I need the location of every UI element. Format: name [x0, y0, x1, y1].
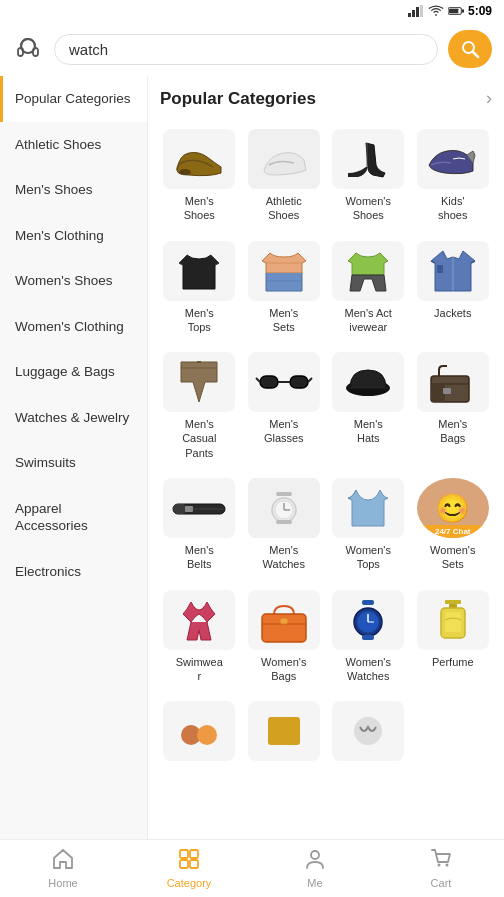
main-layout: Popular Categories Athletic Shoes Men's … — [0, 76, 504, 839]
mens-bags-image — [417, 352, 489, 412]
category-womens-watches[interactable]: Women'sWatches — [329, 584, 408, 690]
sidebar-item-mens-clothing[interactable]: Men's Clothing — [0, 213, 147, 259]
nav-cart[interactable]: Cart — [378, 840, 504, 897]
svg-rect-45 — [362, 635, 374, 640]
category-extra2[interactable] — [245, 695, 324, 772]
womens-shoes-label: Women'sShoes — [346, 194, 391, 223]
mens-watches-image: V — [248, 478, 320, 538]
nav-me-label: Me — [307, 877, 322, 889]
mens-watches-label: Men'sWatches — [263, 543, 305, 572]
sidebar-item-luggage[interactable]: Luggage & Bags — [0, 349, 147, 395]
svg-rect-0 — [408, 13, 411, 17]
section-header: Popular Categories › — [160, 88, 492, 109]
sidebar-item-apparel[interactable]: Apparel Accessories — [0, 486, 147, 549]
category-mens-tops[interactable]: Men'sTops — [160, 235, 239, 341]
sidebar-item-womens-shoes[interactable]: Women's Shoes — [0, 258, 147, 304]
svg-line-22 — [256, 378, 260, 382]
category-swimwear[interactable]: Swimwear — [160, 584, 239, 690]
category-mens-belts[interactable]: Men'sBelts — [160, 472, 239, 578]
search-icon — [460, 39, 480, 59]
category-mens-shoes[interactable]: Men'sShoes — [160, 123, 239, 229]
category-jackets[interactable]: Jackets — [414, 235, 493, 341]
mens-glasses-label: Men'sGlasses — [264, 417, 304, 446]
search-input[interactable] — [69, 41, 423, 58]
sidebar-item-swimsuits[interactable]: Swimsuits — [0, 440, 147, 486]
svg-rect-41 — [280, 618, 288, 624]
nav-home[interactable]: Home — [0, 840, 126, 897]
svg-rect-56 — [180, 850, 188, 858]
kids-shoes-label: Kids'shoes — [438, 194, 467, 223]
nav-category[interactable]: Category — [126, 840, 252, 897]
svg-rect-27 — [431, 384, 445, 402]
category-mens-casual-pants[interactable]: Men'sCasualPants — [160, 346, 239, 466]
category-mens-watches[interactable]: V Men'sWatches — [245, 472, 324, 578]
category-mens-sets[interactable]: Men'sSets — [245, 235, 324, 341]
womens-sets-label: Women'sSets — [430, 543, 475, 572]
svg-rect-48 — [445, 600, 461, 604]
svg-rect-8 — [18, 48, 23, 56]
svg-rect-51 — [445, 612, 461, 632]
category-womens-shoes[interactable]: Women'sShoes — [329, 123, 408, 229]
nav-me[interactable]: Me — [252, 840, 378, 897]
category-mens-activewear[interactable]: Men's Activewear — [329, 235, 408, 341]
category-womens-sets[interactable]: 😊 24/7 Chat Women'sSets — [414, 472, 493, 578]
swimwear-label: Swimwear — [176, 655, 223, 684]
content-area: Popular Categories › Men'sShoes V — [148, 76, 504, 839]
jackets-image — [417, 241, 489, 301]
mens-shoes-image — [163, 129, 235, 189]
status-bar: 5:09 — [0, 0, 504, 22]
mens-casual-pants-label: Men'sCasualPants — [182, 417, 216, 460]
mens-glasses-image — [248, 352, 320, 412]
svg-rect-17 — [437, 265, 443, 273]
category-perfume[interactable]: Perfume — [414, 584, 493, 690]
womens-tops-image — [332, 478, 404, 538]
svg-point-62 — [446, 864, 449, 867]
category-athletic-shoes[interactable]: V AthleticShoes — [245, 123, 324, 229]
category-extra1[interactable] — [160, 695, 239, 772]
sidebar-item-mens-shoes[interactable]: Men's Shoes — [0, 167, 147, 213]
mens-hats-label: Men'sHats — [354, 417, 383, 446]
mens-activewear-label: Men's Activewear — [345, 306, 392, 335]
nav-category-label: Category — [167, 877, 212, 889]
sidebar-item-electronics[interactable]: Electronics — [0, 549, 147, 595]
headset-icon[interactable] — [12, 33, 44, 65]
nav-cart-label: Cart — [431, 877, 452, 889]
search-button[interactable] — [448, 30, 492, 68]
category-womens-bags[interactable]: Women'sBags — [245, 584, 324, 690]
category-icon — [178, 848, 200, 875]
category-womens-tops[interactable]: Women'sTops — [329, 472, 408, 578]
sidebar: Popular Categories Athletic Shoes Men's … — [0, 76, 148, 839]
sidebar-item-athletic[interactable]: Athletic Shoes — [0, 122, 147, 168]
section-arrow-icon[interactable]: › — [486, 88, 492, 109]
sidebar-item-popular[interactable]: Popular Categories — [0, 76, 147, 122]
bottom-nav: Home Category Me — [0, 839, 504, 897]
perfume-label: Perfume — [432, 655, 474, 669]
svg-rect-30 — [173, 504, 187, 514]
svg-rect-37 — [276, 520, 292, 524]
mens-hats-image — [332, 352, 404, 412]
wifi-icon — [428, 5, 444, 17]
category-extra3[interactable] — [329, 695, 408, 772]
category-kids-shoes[interactable]: Kids'shoes — [414, 123, 493, 229]
sidebar-item-womens-clothing[interactable]: Women's Clothing — [0, 304, 147, 350]
svg-rect-57 — [190, 850, 198, 858]
extra1-image — [163, 701, 235, 761]
svg-rect-54 — [268, 717, 300, 745]
svg-point-12 — [179, 169, 191, 175]
svg-rect-3 — [420, 5, 423, 17]
category-mens-bags[interactable]: Men'sBags — [414, 346, 493, 466]
sidebar-item-watches[interactable]: Watches & Jewelry — [0, 395, 147, 441]
svg-rect-28 — [443, 388, 451, 394]
categories-grid: Men'sShoes V AthleticShoes — [160, 123, 492, 772]
mens-bags-label: Men'sBags — [438, 417, 467, 446]
extra2-image — [248, 701, 320, 761]
category-mens-glasses[interactable]: Men'sGlasses — [245, 346, 324, 466]
svg-rect-1 — [412, 10, 415, 17]
svg-point-55 — [354, 717, 382, 745]
nav-home-label: Home — [48, 877, 77, 889]
svg-line-23 — [308, 378, 312, 382]
category-mens-hats[interactable]: Men'sHats — [329, 346, 408, 466]
mens-tops-label: Men'sTops — [185, 306, 214, 335]
mens-tops-image — [163, 241, 235, 301]
signal-icon — [408, 5, 424, 17]
